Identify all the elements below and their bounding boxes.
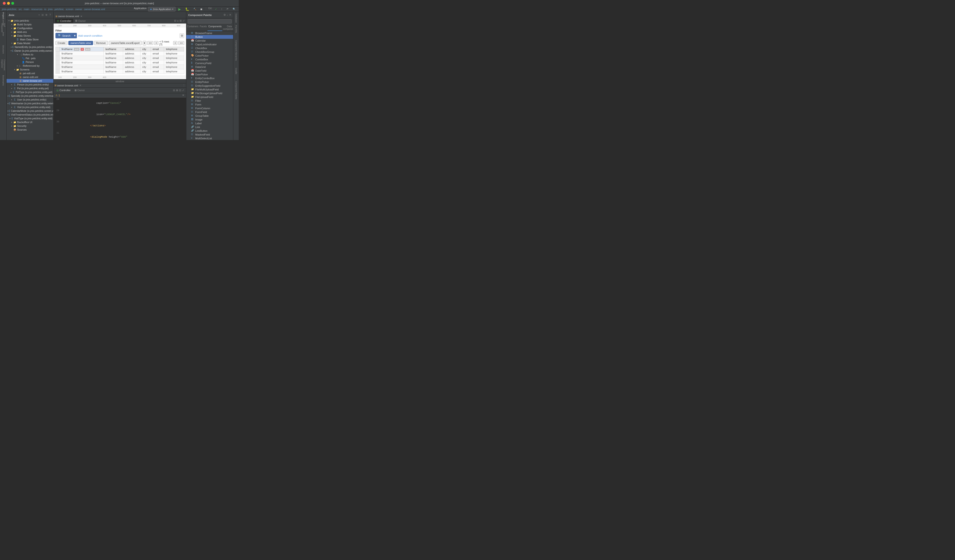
stop-button[interactable]: ■ xyxy=(199,7,204,11)
tree-item-root[interactable]: ▾ 📁 jmix-petclinic xyxy=(6,19,53,23)
palette-item-linkbutton[interactable]: 🔗 LinkButton xyxy=(186,129,233,133)
palette-item-datepicker[interactable]: 📅 DatePicker xyxy=(186,73,233,76)
palette-item-multiselectlist[interactable]: ≡ MultiSelectList xyxy=(186,136,233,140)
table-row[interactable]: firstName lastName address city email te… xyxy=(56,60,184,65)
tree-item-build-scripts[interactable]: ▸ 📁 Build Scripts xyxy=(6,23,53,26)
tab-containers[interactable]: Containers xyxy=(186,24,199,31)
breadcrumb-item[interactable]: resources xyxy=(31,8,42,11)
tree-item-person2[interactable]: ▸ E Person (io.jmix.petclinic.entity) xyxy=(6,83,53,86)
more-actions-button[interactable]: ▾ xyxy=(142,41,146,45)
palette-close-button[interactable]: − xyxy=(227,13,228,16)
palette-item-filemultiupload[interactable]: 📁 FileMultiUploadField xyxy=(186,88,233,91)
col-header-email[interactable]: email xyxy=(150,47,164,52)
second-tab-close[interactable]: ✕ xyxy=(80,84,81,87)
palette-item-fileuploadfield[interactable]: 📁 FileUploadField xyxy=(186,95,233,99)
next-page-button[interactable]: > xyxy=(173,41,177,45)
tree-item-owner[interactable]: ▾ E Owner (io.jmix.petclinic.entity.owne… xyxy=(6,49,53,53)
palette-item-checkbox[interactable]: ☑ CheckBox xyxy=(186,46,233,50)
search-dropdown-button[interactable]: ▾ xyxy=(73,33,77,38)
palette-item-formcolumn[interactable]: ⊞ FormColumn xyxy=(186,106,233,110)
palette-item-button[interactable]: ⊡ Button xyxy=(186,35,233,39)
col-header-lastname[interactable]: lastName xyxy=(103,47,123,52)
tree-item-visittype[interactable]: ▸ E VisitType (io.jmix.petclinic.entity.… xyxy=(6,117,53,120)
palette-item-filestorageupload[interactable]: 📁 FileStorageUploadField xyxy=(186,91,233,95)
settings-button[interactable]: ⚙ xyxy=(45,13,48,16)
col-header-telephone[interactable]: telephone xyxy=(164,47,184,52)
palette-item-maskedfield[interactable]: ⊡ MaskedField xyxy=(186,133,233,136)
tree-item-pet-edit[interactable]: ⊞ pet-edit.xml xyxy=(6,71,53,75)
fullscreen-button[interactable]: ⤢ xyxy=(183,19,185,22)
palette-item-form[interactable]: ⊞ Form xyxy=(186,103,233,106)
close-button[interactable] xyxy=(3,2,6,5)
palette-item-formfield[interactable]: ⊡ FormField xyxy=(186,110,233,114)
component-hierarchy-tab[interactable]: Component Hierarchy xyxy=(235,39,238,62)
table-row[interactable]: firstName lastName address city email te… xyxy=(56,69,184,74)
code-editor[interactable]: 28 caption="Cancel" 29 icon="LOOKUP_CANC… xyxy=(53,97,186,140)
tree-item-data-model[interactable]: ▾ 📁 Data Model xyxy=(6,41,53,45)
filter-settings-button[interactable]: ⚙ xyxy=(180,33,184,38)
last-page-button[interactable]: >> xyxy=(178,41,184,45)
jmix-application-button[interactable]: ◆ Jmix Application ▾ xyxy=(148,7,175,11)
tree-item-screens[interactable]: ▾ 📁 Screens xyxy=(6,68,53,71)
palette-item-label[interactable]: A Label xyxy=(186,122,233,125)
tab-controller[interactable]: ◎ Controller xyxy=(55,19,73,23)
excel-export-button[interactable]: ownersTable.excelExport xyxy=(109,41,142,45)
remove-button[interactable]: Remove xyxy=(94,41,108,45)
tree-item-main-data-store[interactable]: 🗄 Main Data Store xyxy=(6,38,53,41)
breadcrumb-item[interactable]: petclinic xyxy=(55,8,64,11)
table-row[interactable]: firstName lastName address city email te… xyxy=(56,65,184,69)
palette-item-grouptable[interactable]: ⊞ GroupTable xyxy=(186,114,233,118)
table-view-button[interactable]: ⊞ xyxy=(180,19,182,22)
git-rollback[interactable]: ↶ xyxy=(225,7,230,11)
sidebar-icon-bookmarks[interactable]: Bookmarks xyxy=(0,78,6,83)
debug-button[interactable]: 🐛 xyxy=(184,7,191,11)
breadcrumb-item[interactable]: owner xyxy=(75,8,82,11)
tree-item-pettype[interactable]: ▸ E PetType (io.jmix.petclinic.entity.pe… xyxy=(6,90,53,94)
tree-item-sources[interactable]: 📦 Sources xyxy=(6,128,53,131)
tree-item-backoffice[interactable]: ▸ 📁 Backoffice UI xyxy=(6,120,53,124)
palette-item-datefield[interactable]: 📅 DateField xyxy=(186,69,233,73)
unsplit-button[interactable]: ⊡ xyxy=(179,89,181,92)
tree-item-addons[interactable]: ▸ 📁 Add-ons xyxy=(6,30,53,34)
tree-item-pet[interactable]: 🐾 Pet · pets xyxy=(6,56,53,60)
palette-item-calendar[interactable]: 📅 Calendar xyxy=(186,39,233,42)
sidebar-icon-project[interactable]: Project xyxy=(0,13,6,18)
tree-item-referenced-by[interactable]: ▸ |← Referenced by xyxy=(6,64,53,68)
palette-item-colorpicker[interactable]: 🎨 ColorPicker xyxy=(186,54,233,58)
palette-item-link[interactable]: 🔗 Link xyxy=(186,125,233,129)
tree-item-user[interactable]: ▸ E User (io.jmix.petclinic.entity) xyxy=(6,98,53,102)
tree-item-security[interactable]: ▸ 📁 Security xyxy=(6,124,53,128)
build-button[interactable]: 🔨 xyxy=(192,7,197,11)
git-update[interactable]: ✓ xyxy=(214,7,218,11)
breadcrumb-item[interactable]: jmix xyxy=(48,8,53,11)
tab-owner[interactable]: ⊞ Owner xyxy=(73,19,88,23)
grid-view-button[interactable]: ⊟ xyxy=(174,19,176,22)
breadcrumb-item[interactable]: io xyxy=(44,8,46,11)
tree-item-veterinarian[interactable]: ▸ E Veterinarian (io.jmix.petclinic.enti… xyxy=(6,102,53,105)
col-header-address[interactable]: address xyxy=(123,47,140,52)
tree-item-data-stores[interactable]: ▾ 📁 Data Stores xyxy=(6,34,53,38)
database-tab[interactable]: Database xyxy=(235,13,238,24)
breadcrumb-item[interactable]: jmix-petclinic xyxy=(2,8,17,11)
tab-facets[interactable]: Facets xyxy=(199,24,208,31)
palette-settings-button[interactable]: ⚙ xyxy=(224,13,226,16)
table-row[interactable]: firstName lastName address city email te… xyxy=(56,52,184,56)
panel-menu-button[interactable]: ⋮ xyxy=(183,84,185,87)
prev-page-button[interactable]: < xyxy=(154,41,158,45)
gradle-tab[interactable]: Gradle xyxy=(235,67,238,75)
sidebar-icon-component-inspector[interactable]: Component Inspector xyxy=(0,62,6,68)
list-view-button[interactable]: ≡ xyxy=(177,19,178,22)
tree-item-visit[interactable]: ▸ E Visit (io.jmix.petclinic.entity.visi… xyxy=(6,105,53,109)
table-row[interactable]: firstName lastName address city email te… xyxy=(56,56,184,60)
palette-item-capslockind[interactable]: ⊞ CapsLockIndicator xyxy=(186,42,233,46)
col-header-city[interactable]: city xyxy=(140,47,150,52)
search-button[interactable]: 🔍 Search xyxy=(55,33,73,38)
breadcrumb-item[interactable]: owner-browse.xml xyxy=(84,8,105,11)
breadcrumb-item[interactable]: screen xyxy=(66,8,73,11)
tab-filename[interactable]: owner-browse.xml xyxy=(58,15,79,17)
palette-item-filter[interactable]: ⊡ Filter xyxy=(186,99,233,103)
close-warning-button[interactable]: ✕ xyxy=(182,94,184,97)
palette-item-entitycombobox[interactable]: ▾ EntityComboBox xyxy=(186,76,233,80)
xml-controller-tab[interactable]: ◎ Controller xyxy=(55,88,72,92)
palette-item-datagrid[interactable]: ⊞ DataGrid xyxy=(186,65,233,69)
